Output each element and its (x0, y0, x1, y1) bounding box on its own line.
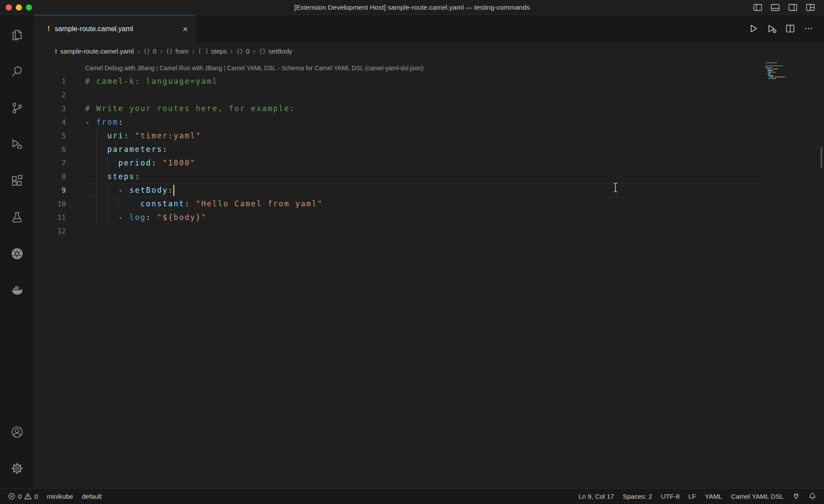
run-or-debug-icon[interactable] (767, 24, 777, 33)
code-line[interactable]: 11 - log: "${body}" (34, 211, 824, 224)
activity-item-testing[interactable] (0, 199, 34, 235)
statusbar-right: Ln 9, Col 17Spaces: 2UTF-8LFYAMLCamel YA… (574, 489, 820, 504)
activity-item-search[interactable] (0, 53, 34, 90)
status-extension-status[interactable] (788, 489, 804, 504)
status-language-mode[interactable]: YAML (701, 489, 727, 504)
activity-item-kubernetes[interactable] (0, 235, 34, 272)
codelens-separator: | (222, 65, 227, 72)
toggle-panel-icon[interactable] (770, 3, 780, 12)
activity-item-docker[interactable] (0, 272, 34, 308)
status-label: YAML (705, 493, 723, 500)
code-line[interactable]: 2 (34, 88, 824, 102)
zoom-window-button[interactable] (26, 4, 32, 11)
run-icon[interactable] (748, 24, 758, 33)
more-actions-icon[interactable] (804, 24, 813, 33)
code-token: "1000" (162, 158, 196, 167)
breadcrumb-separator: › (159, 47, 163, 55)
status-namespace[interactable]: default (78, 489, 106, 504)
customize-layout-icon[interactable] (806, 3, 815, 12)
activity-item-run-and-debug[interactable] (0, 126, 34, 162)
toggle-primary-sidebar-icon[interactable] (753, 3, 763, 12)
toggle-secondary-sidebar-icon[interactable] (788, 3, 798, 12)
code-line[interactable]: 1# camel-k: language=yaml (34, 75, 824, 88)
layout-controls (753, 3, 815, 12)
source-control-branch-icon (11, 101, 24, 115)
scrollbar-marker[interactable] (820, 147, 822, 168)
status-notifications[interactable] (804, 489, 820, 504)
indent-guide (96, 211, 97, 224)
statusbar-left: 00minikubedefault (4, 489, 106, 504)
status-encoding[interactable]: UTF-8 (656, 489, 684, 504)
minimize-window-button[interactable] (16, 4, 22, 11)
code-line[interactable]: 6 parameters: (34, 143, 824, 156)
window-titlebar: [Extension Development Host] sample-rout… (0, 0, 824, 15)
code-token: - (119, 186, 130, 194)
code-token: parameters (107, 145, 162, 154)
code-token: : (162, 145, 168, 154)
codelens-link[interactable]: Camel Debug with JBang (85, 65, 155, 72)
code-token: # Write your routes here, for example: (85, 104, 295, 113)
breadcrumb-file[interactable]: sample-route.camel.yaml (60, 47, 134, 55)
code-line[interactable]: 7 period: "1000" (34, 156, 824, 170)
activity-item-explorer[interactable] (0, 17, 34, 53)
activity-item-source-control[interactable] (0, 90, 34, 126)
status-label: LF (688, 493, 696, 500)
code-line[interactable]: 3# Write your routes here, for example: (34, 102, 824, 115)
close-window-button[interactable] (6, 4, 12, 11)
indent-guide (96, 197, 97, 211)
indent-guide (107, 156, 108, 170)
code-line[interactable]: 5 uri: "timer:yaml" (34, 129, 824, 143)
bell-icon (809, 493, 816, 500)
tab-problem-decorator: ! (47, 25, 50, 33)
line-number: 10 (34, 197, 66, 211)
code-token: - (85, 118, 96, 126)
code-line[interactable]: 8 steps: (34, 170, 824, 184)
line-number: 7 (34, 156, 66, 170)
breadcrumb-problem-decorator: ! (55, 47, 57, 55)
tab-sample-route[interactable]: ! sample-route.camel.yaml × (34, 15, 195, 43)
search-icon (11, 65, 24, 78)
breadcrumb-item[interactable]: {}0 (236, 47, 249, 55)
breadcrumb-item[interactable]: {}0 (143, 47, 156, 55)
kubernetes-wheel-icon (11, 247, 24, 260)
activity-item-accounts[interactable] (0, 414, 34, 450)
minimap[interactable] (765, 61, 790, 82)
status-problems[interactable]: 00 (4, 489, 43, 504)
code-line[interactable]: 9 - setBody: (34, 184, 824, 197)
codelens-link[interactable]: Camel YAML DSL - Schema for Camel YAML D… (227, 65, 423, 72)
line-number: 5 (34, 129, 66, 143)
status-minikube-context[interactable]: minikube (43, 489, 78, 504)
close-tab-icon[interactable]: × (183, 25, 188, 33)
status-cursor-position[interactable]: Ln 9, Col 17 (574, 489, 619, 504)
code-token (85, 158, 119, 167)
status-label: UTF-8 (661, 493, 680, 500)
code-line[interactable]: 12 (34, 224, 824, 238)
line-content: period: "1000" (85, 156, 196, 170)
breadcrumb-item[interactable]: {}from (166, 47, 189, 55)
status-label: Spaces: 2 (623, 493, 652, 500)
line-content: - setBody: (85, 184, 174, 197)
line-number: 6 (34, 143, 66, 156)
traffic-lights (6, 0, 32, 14)
code-line[interactable]: 4- from: (34, 115, 824, 129)
text-caret (173, 185, 174, 196)
editor-actions (748, 15, 824, 42)
code-token: : (168, 186, 174, 194)
code-line[interactable]: 10 constant: "Hello Camel from yaml" (34, 197, 824, 211)
line-content: # camel-k: language=yaml (85, 75, 218, 88)
breadcrumb-item[interactable]: [ ]steps (198, 47, 227, 55)
breadcrumb-symbols: ›{}0›{}from›[ ]steps›{}0›{}setBody (137, 47, 292, 55)
breadcrumb-item[interactable]: {}setBody (259, 47, 292, 55)
codelens-link[interactable]: Camel Run with JBang (159, 65, 222, 72)
activity-item-settings[interactable] (0, 450, 34, 486)
status-eol[interactable]: LF (684, 489, 701, 504)
indent-guide (96, 129, 97, 143)
line-content: # Write your routes here, for example: (85, 102, 295, 115)
status-camel-dsl[interactable]: Camel YAML DSL (727, 489, 788, 504)
files-icon (11, 29, 24, 42)
editor[interactable]: Camel Debug with JBang | Camel Run with … (34, 60, 824, 488)
activity-item-extensions[interactable] (0, 162, 34, 199)
breadcrumb-label: 0 (246, 47, 249, 55)
split-editor-icon[interactable] (785, 24, 795, 33)
status-indentation[interactable]: Spaces: 2 (619, 489, 657, 504)
